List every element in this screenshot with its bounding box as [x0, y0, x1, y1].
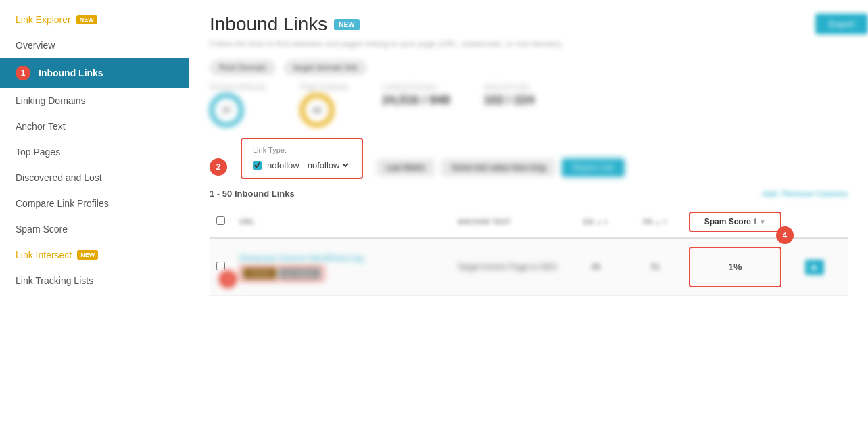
badge-2: 2 [210, 158, 227, 176]
sidebar-item-top-pages[interactable]: Top Pages [0, 139, 189, 165]
badge-3: 3 [219, 270, 237, 288]
badge-4: 4 [776, 226, 794, 244]
th-da: DA ▲▼ [570, 218, 623, 226]
link-tracking-label: Link Tracking Lists [16, 275, 93, 286]
filter-pill-1[interactable]: Root Domain [210, 59, 276, 76]
ld-label: Linking Domains [382, 82, 437, 91]
link-type-box: Link Type: nofollow follow nofollow all [241, 138, 363, 179]
nofollow-text: nofollow [267, 160, 299, 170]
sidebar-item-discovered-and-lost[interactable]: Discovered and Lost [0, 165, 189, 191]
sidebar-item-overview[interactable]: Overview [0, 32, 189, 58]
sidebar-item-spam-score[interactable]: Spam Score [0, 216, 189, 242]
da-label: Domain Authority [210, 82, 266, 91]
link-explorer-badge: NEW [76, 15, 97, 24]
sidebar-item-linking-domains[interactable]: Linking Domains [0, 88, 189, 114]
table-container: URL Anchor Text DA ▲▼ PA ▲▼ Spam Score ℹ… [210, 206, 848, 296]
da-ring: 37 [210, 93, 243, 127]
linking-domains-label: Linking Domains [16, 95, 86, 106]
link-type-option[interactable]: nofollow follow nofollow all [253, 160, 351, 171]
pa-sort-icon[interactable]: ▲▼ [654, 218, 668, 226]
overview-label: Overview [16, 40, 55, 51]
anchor-text-label: Anchor Text [16, 121, 66, 132]
metrics-section: Domain Authority 37 Page Authority 44 Li… [210, 82, 848, 127]
filter-link[interactable]: Add / Remove Columns [762, 189, 848, 199]
inbound-links-label: Inbound Links [39, 68, 103, 78]
nofollow-checkbox[interactable] [253, 161, 262, 170]
sidebar-item-compare-link-profiles[interactable]: Compare Link Profiles [0, 191, 189, 216]
select-all-col [216, 216, 233, 228]
sidebar-item-link-explorer[interactable]: Link Explorer NEW [0, 7, 189, 32]
link-intersect-badge: NEW [77, 250, 98, 260]
page-title: Inbound Links [210, 14, 327, 35]
spam-sort-icon[interactable]: ▼ [759, 218, 766, 226]
row-anchor: Target Anchor Page to SEO [457, 262, 562, 272]
th-url: URL [239, 218, 450, 226]
spam-score-col-label: Spam Score [704, 217, 751, 226]
metric-inbound-links: Inbound Links 102 / 224 [483, 82, 534, 127]
compare-label: Compare Link Profiles [16, 198, 109, 209]
page-title-badge: NEW [334, 19, 359, 30]
row-checkbox[interactable] [216, 262, 225, 270]
row-url[interactable]: Showcase Unicorn WordPress.org nofollow … [239, 254, 450, 281]
row-action[interactable]: ▶ [788, 260, 841, 275]
sidebar: Link Explorer NEW Overview 1 Inbound Lin… [0, 0, 189, 434]
row-spam-score: 1% [689, 247, 781, 287]
filter-row: Root Domain target domain link [210, 59, 848, 76]
metric-page-authority: Page Authority 44 [300, 82, 349, 127]
sidebar-item-inbound-links[interactable]: 1 Inbound Links [0, 58, 189, 88]
table-row: Showcase Unicorn WordPress.org nofollow … [210, 239, 848, 296]
il-value: 102 / 224 [483, 93, 534, 107]
link-type-label: Link Type: [253, 146, 351, 154]
export-button[interactable]: Export [815, 14, 868, 34]
tag-wrapper: nofollow via redirect [239, 266, 324, 281]
link-explorer-label: Link Explorer [16, 14, 71, 25]
da-sort-icon[interactable]: ▲▼ [596, 218, 609, 226]
sidebar-item-link-intersect[interactable]: Link Intersect NEW [0, 242, 189, 268]
metric-linking-domains: Linking Domains 24,516 / 848 [382, 82, 450, 127]
ld-value: 24,516 / 848 [382, 93, 450, 107]
table-header: URL Anchor Text DA ▲▼ PA ▲▼ Spam Score ℹ… [210, 206, 848, 239]
main-content: Export Inbound Links NEW Follow the link… [189, 0, 868, 434]
tag-nofollow: nofollow [243, 268, 276, 279]
sidebar-item-link-tracking-lists[interactable]: Link Tracking Lists [0, 268, 189, 293]
filter-pill-2[interactable]: target domain link [284, 59, 367, 76]
th-spam-score: Spam Score ℹ ▼ 4 [689, 212, 781, 232]
pa-ring: 44 [300, 93, 334, 127]
link-type-select[interactable]: follow nofollow all [305, 160, 351, 171]
results-start: 1 [210, 189, 214, 199]
sidebar-item-anchor-text[interactable]: Anchor Text [0, 114, 189, 139]
discovered-lost-label: Discovered and Lost [16, 172, 102, 183]
results-count: 1 - 50 Inbound Links [210, 189, 295, 199]
row-da: 93 [570, 262, 623, 272]
da-value-row: 37 [210, 93, 243, 127]
th-pa: PA ▲▼ [629, 218, 682, 226]
row-pa: 51 [629, 262, 682, 272]
row-action-button[interactable]: ▶ [805, 260, 824, 275]
top-pages-label: Top Pages [16, 147, 60, 158]
pa-value-row: 44 [300, 93, 334, 127]
tag-row: nofollow via redirect 3 [239, 266, 450, 281]
results-label: Inbound Links [235, 189, 295, 199]
metric-domain-authority: Domain Authority 37 [210, 82, 266, 127]
link-intersect-label: Link Intersect [16, 249, 72, 260]
il-label: Inbound Links [483, 82, 530, 91]
results-row: 1 - 50 Inbound Links Add / Remove Column… [210, 189, 848, 199]
results-end: 50 [222, 189, 232, 199]
page-title-row: Inbound Links NEW [210, 14, 848, 35]
tag-redirect: via redirect [279, 268, 320, 279]
spam-score-label: Spam Score [16, 224, 68, 235]
th-anchor: Anchor Text [457, 218, 562, 226]
spam-score-info-icon[interactable]: ℹ [754, 218, 756, 226]
pa-label: Page Authority [300, 82, 349, 91]
page-subtitle: Follow the links to find websites and pa… [210, 39, 848, 49]
filter-section: 2 Link Type: nofollow follow nofollow al… [210, 138, 848, 179]
select-all-checkbox[interactable] [216, 216, 225, 225]
badge-1: 1 [16, 66, 30, 80]
